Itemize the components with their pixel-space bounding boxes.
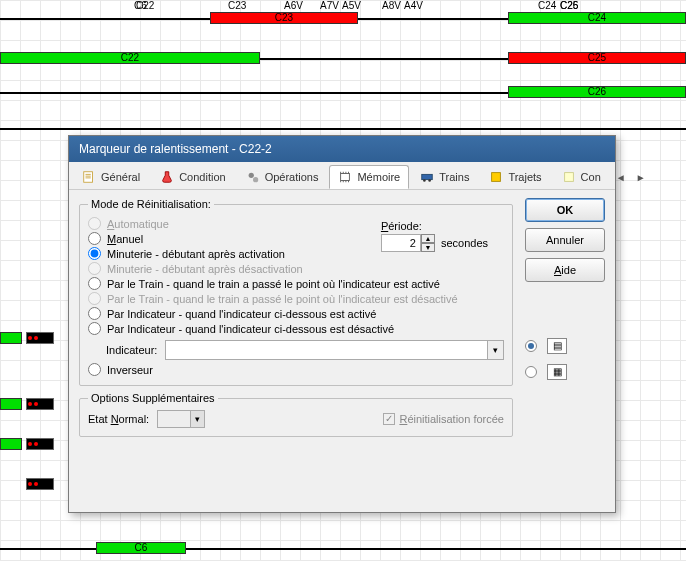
dialog-marqueur: Marqueur de ralentissement - C22-2 Génér… bbox=[68, 135, 616, 513]
route-icon bbox=[489, 170, 503, 184]
indicateur-label: Indicateur: bbox=[106, 344, 157, 356]
options-sup-group: Options Supplémentaires Etat Normal: ▾ ✓… bbox=[79, 392, 513, 437]
radio-label: Par Indicateur - quand l'indicateur ci-d… bbox=[107, 308, 376, 320]
indicateur-input[interactable] bbox=[165, 340, 488, 360]
signal bbox=[26, 438, 54, 450]
indicateur-combo[interactable]: ▾ bbox=[165, 340, 504, 360]
signal bbox=[26, 398, 54, 410]
flask-icon bbox=[160, 170, 174, 184]
periode-unit: secondes bbox=[441, 237, 488, 249]
tab-scroll-right[interactable]: ► bbox=[632, 170, 650, 185]
signal bbox=[26, 478, 54, 490]
tab-strip: Général Condition Opérations Mémoire Tra… bbox=[69, 162, 615, 190]
radio-label: anuel bbox=[116, 233, 143, 245]
svg-point-6 bbox=[429, 179, 432, 182]
block-c24: C24 bbox=[508, 12, 686, 24]
label-c6: C6 bbox=[134, 0, 147, 11]
block-c22: C22 bbox=[0, 52, 260, 64]
radio-train-act-input[interactable] bbox=[88, 277, 101, 290]
help-button[interactable]: Aide bbox=[525, 258, 605, 282]
marker-radio-2[interactable] bbox=[525, 366, 537, 378]
svg-point-1 bbox=[248, 173, 253, 178]
radio-inverseur[interactable]: Inverseur bbox=[88, 362, 504, 377]
radio-label: Minuterie - débutant après désactivation bbox=[107, 263, 303, 275]
tab-label: Trajets bbox=[508, 171, 541, 183]
checkbox-icon: ✓ bbox=[383, 413, 395, 425]
ok-button[interactable]: OK bbox=[525, 198, 605, 222]
radio-train-deact-input bbox=[88, 292, 101, 305]
reinit-forcee-check: ✓ Réinitialisation forcée bbox=[383, 413, 504, 425]
dialog-title: Marqueur de ralentissement - C22-2 bbox=[79, 142, 272, 156]
radio-train-deact: Par le Train - quand le train a passé le… bbox=[88, 291, 504, 306]
label-c24: C24 bbox=[538, 0, 556, 11]
cancel-button[interactable]: Annuler bbox=[525, 228, 605, 252]
svg-rect-8 bbox=[564, 173, 573, 182]
spin-up[interactable]: ▲ bbox=[421, 234, 435, 243]
tab-scroll-left[interactable]: ◄ bbox=[612, 170, 630, 185]
radio-label: Par Indicateur - quand l'indicateur ci-d… bbox=[107, 323, 394, 335]
radio-train-act[interactable]: Par le Train - quand le train a passé le… bbox=[88, 276, 504, 291]
radio-minuterie-deactivation: Minuterie - débutant après désactivation bbox=[88, 261, 504, 276]
radio-label: Inverseur bbox=[107, 364, 153, 376]
marker-icon-single: ▤ bbox=[547, 338, 567, 354]
tab-general[interactable]: Général bbox=[73, 165, 149, 189]
tab-condition[interactable]: Condition bbox=[151, 165, 234, 189]
radio-label: utomatique bbox=[114, 218, 168, 230]
reinit-label: éinitialisation forcée bbox=[407, 413, 504, 425]
radio-min-deact-input bbox=[88, 262, 101, 275]
tab-operations[interactable]: Opérations bbox=[237, 165, 328, 189]
radio-ind-act[interactable]: Par Indicateur - quand l'indicateur ci-d… bbox=[88, 306, 504, 321]
label-a4v: A4V bbox=[404, 0, 423, 11]
block-c25: C25 bbox=[508, 52, 686, 64]
periode-spinner[interactable]: ▲ ▼ bbox=[381, 234, 435, 252]
etat-normal-combo[interactable]: ▾ bbox=[157, 410, 205, 428]
note-icon bbox=[562, 170, 576, 184]
label-a6v: A6V bbox=[284, 0, 303, 11]
radio-label: Par le Train - quand le train a passé le… bbox=[107, 278, 440, 290]
etat-normal-value[interactable] bbox=[157, 410, 191, 428]
tab-label: Mémoire bbox=[357, 171, 400, 183]
etat-normal-drop[interactable]: ▾ bbox=[191, 410, 205, 428]
tab-trajets[interactable]: Trajets bbox=[480, 165, 550, 189]
memory-icon bbox=[338, 170, 352, 184]
signal bbox=[26, 332, 54, 344]
radio-ind-deact[interactable]: Par Indicateur - quand l'indicateur ci-d… bbox=[88, 321, 504, 336]
svg-rect-3 bbox=[341, 174, 350, 181]
label-c26: C26 bbox=[560, 0, 578, 11]
block-c6: C6 bbox=[96, 542, 186, 554]
radio-ind-deact-input[interactable] bbox=[88, 322, 101, 335]
tab-label: Con bbox=[581, 171, 601, 183]
periode-input[interactable] bbox=[381, 234, 421, 252]
tab-memoire[interactable]: Mémoire bbox=[329, 165, 409, 189]
indicateur-drop[interactable]: ▾ bbox=[488, 340, 504, 360]
label-a7v: A7V bbox=[320, 0, 339, 11]
radio-label: Minuterie - débutant après activation bbox=[107, 248, 285, 260]
block-mini bbox=[0, 332, 22, 344]
radio-inverseur-input[interactable] bbox=[88, 363, 101, 376]
gears-icon bbox=[246, 170, 260, 184]
radio-manuel-input[interactable] bbox=[88, 232, 101, 245]
radio-min-act-input[interactable] bbox=[88, 247, 101, 260]
marker-icon-stack: ▦ bbox=[547, 364, 567, 380]
dialog-titlebar[interactable]: Marqueur de ralentissement - C22-2 bbox=[69, 136, 615, 162]
block-mini bbox=[0, 438, 22, 450]
spin-down[interactable]: ▼ bbox=[421, 243, 435, 252]
svg-point-2 bbox=[253, 177, 258, 182]
reset-mode-group: Mode de Réinitialisation: Automatique Ma… bbox=[79, 198, 513, 386]
periode-label: ériode: bbox=[388, 220, 422, 232]
svg-rect-7 bbox=[492, 173, 501, 182]
tab-trains[interactable]: Trains bbox=[411, 165, 478, 189]
label-a8v: A8V bbox=[382, 0, 401, 11]
options-sup-legend: Options Supplémentaires bbox=[88, 392, 218, 404]
train-icon bbox=[420, 170, 434, 184]
radio-automatique-input bbox=[88, 217, 101, 230]
radio-ind-act-input[interactable] bbox=[88, 307, 101, 320]
reset-mode-legend: Mode de Réinitialisation: bbox=[88, 198, 214, 210]
marker-radio-1[interactable] bbox=[525, 340, 537, 352]
block-mini bbox=[0, 398, 22, 410]
marker-icon-toggle: ▤ ▦ bbox=[525, 338, 605, 380]
page-icon bbox=[82, 170, 96, 184]
tab-label: Trains bbox=[439, 171, 469, 183]
tab-con[interactable]: Con bbox=[553, 165, 610, 189]
tab-label: Condition bbox=[179, 171, 225, 183]
